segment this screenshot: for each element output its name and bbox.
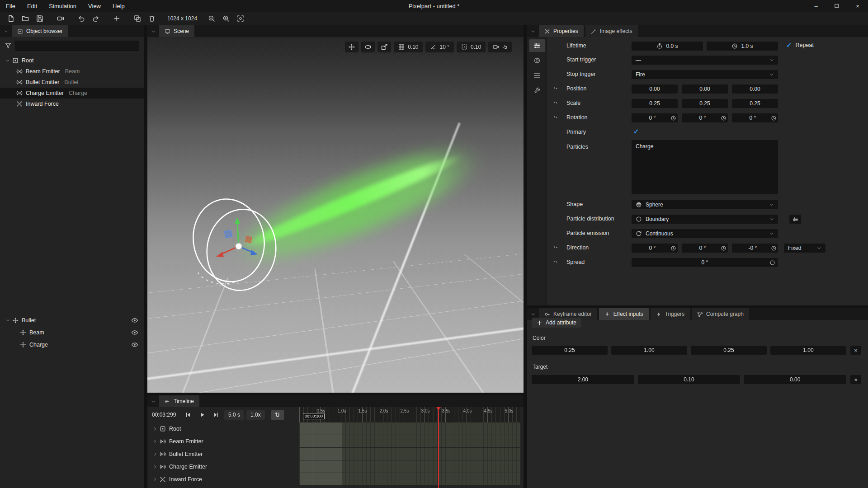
timeline-row-beam-emitter[interactable]: Beam Emitter (147, 435, 524, 447)
category-physics-button[interactable] (529, 84, 545, 97)
move-tool-button[interactable] (345, 42, 359, 52)
undo-button[interactable] (74, 13, 89, 24)
clock-icon[interactable] (669, 245, 678, 251)
panel-menu-button[interactable] (0, 25, 12, 37)
tab-triggers[interactable]: Triggers (651, 308, 690, 320)
tree-row-bullet-emitter[interactable]: Bullet Emitter Bullet (0, 77, 144, 88)
timeline-row-inward-force[interactable]: Inward Force (147, 473, 524, 485)
tree-row-root[interactable]: Root (0, 55, 144, 66)
color-a-field[interactable]: 1.00 (770, 346, 846, 355)
clock-icon[interactable] (719, 115, 728, 121)
category-appearance-button[interactable] (529, 54, 545, 67)
circle-icon[interactable] (769, 260, 775, 266)
timeline-row-charge-emitter[interactable]: Charge Emitter (147, 460, 524, 473)
position-z-field[interactable]: 0.00 (732, 84, 778, 94)
keyframe-icon[interactable] (553, 100, 558, 105)
scale-x-field[interactable]: 0.25 (632, 99, 678, 108)
timeline-track[interactable] (299, 460, 520, 473)
target-y-field[interactable]: 0.10 (638, 375, 741, 384)
expand-icon[interactable] (5, 318, 10, 323)
color-r-field[interactable]: 0.25 (532, 346, 608, 355)
rotate-tool-button[interactable] (361, 42, 375, 52)
zoom-out-button[interactable] (204, 13, 219, 24)
direction-mode-dropdown[interactable]: Fixed (784, 244, 826, 253)
tab-compute-graph[interactable]: Compute graph (692, 308, 749, 320)
tree-row-beam-emitter[interactable]: Beam Emitter Beam (0, 66, 144, 77)
timeline-track[interactable] (299, 473, 520, 485)
color-b-field[interactable]: 0.25 (691, 346, 767, 355)
position-y-field[interactable]: 0.00 (682, 84, 728, 94)
position-x-field[interactable]: 0.00 (632, 84, 678, 94)
close-button[interactable]: × (847, 0, 868, 12)
rotation-y-field[interactable]: 0 ° (682, 113, 728, 122)
spread-field[interactable]: 0 ° (632, 258, 778, 267)
keyframe-icon[interactable] (553, 114, 558, 120)
timeline-track[interactable] (299, 422, 520, 435)
shape-dropdown[interactable]: Sphere (632, 200, 778, 209)
clock-icon[interactable] (719, 245, 728, 251)
color-g-field[interactable]: 1.00 (611, 346, 687, 355)
render-video-button[interactable] (53, 13, 68, 24)
menu-simulation[interactable]: Simulation (43, 0, 82, 12)
tab-properties[interactable]: Properties (539, 25, 584, 37)
timeline-row-bullet-emitter[interactable]: Bullet Emitter (147, 448, 524, 460)
timeline-ruler[interactable]: 0.5s 1.0s 1.5s 2.0s 2.5s 3.0s 3.5s 4.0s … (299, 407, 520, 422)
panel-menu-button[interactable] (147, 395, 159, 407)
duration-control[interactable]: 5.0 s (224, 410, 244, 420)
keyframe-icon[interactable] (553, 85, 558, 91)
target-z-field[interactable]: 0.00 (744, 375, 846, 384)
menu-edit[interactable]: Edit (21, 0, 43, 12)
primary-checkbox[interactable]: ✓ (633, 128, 639, 135)
visibility-toggle[interactable] (131, 341, 138, 348)
layer-row-beam[interactable]: Beam (0, 326, 144, 338)
transform-gizmo[interactable] (184, 193, 288, 301)
lifetime-start-button[interactable]: 0.0 s (632, 42, 703, 51)
playhead[interactable] (438, 407, 439, 488)
expand-icon[interactable] (153, 452, 157, 456)
new-file-button[interactable] (4, 13, 18, 24)
tab-timeline[interactable]: Timeline (159, 395, 199, 407)
tab-scene[interactable]: Scene (159, 25, 194, 37)
timeline-track[interactable] (299, 435, 520, 447)
maximize-button[interactable] (826, 0, 847, 12)
stop-trigger-dropdown[interactable]: Fire (632, 70, 778, 79)
expand-icon[interactable] (153, 427, 157, 431)
panel-menu-button[interactable] (527, 25, 539, 37)
menu-view[interactable]: View (82, 0, 107, 12)
lifetime-duration-button[interactable]: 1.0 s (707, 42, 778, 51)
minimize-button[interactable]: – (806, 0, 826, 12)
expand-icon[interactable] (5, 58, 10, 63)
scale-tool-button[interactable] (377, 42, 391, 52)
clock-icon[interactable] (769, 245, 778, 251)
camera-control[interactable]: -5 (488, 42, 512, 52)
category-emission-button[interactable] (529, 39, 545, 52)
grid-size-control[interactable]: 0.10 (394, 42, 423, 52)
move-snap-control[interactable]: 0.10 (457, 42, 486, 52)
direction-z-field[interactable]: -0 ° (732, 244, 778, 253)
add-object-button[interactable] (109, 13, 124, 24)
keyframe-icon[interactable] (553, 244, 558, 250)
duplicate-button[interactable] (130, 13, 145, 24)
keyframe-icon[interactable] (553, 259, 558, 264)
playback-speed-control[interactable]: 1.0x (246, 410, 265, 420)
layer-row-bullet[interactable]: Bullet (0, 314, 144, 326)
particles-item[interactable]: Charge (636, 143, 653, 150)
tab-effect-inputs[interactable]: Effect inputs (599, 308, 649, 320)
repeat-checkbox[interactable]: ✓ Repeat (786, 42, 814, 48)
skip-to-end-button[interactable] (210, 410, 222, 420)
menu-help[interactable]: Help (107, 0, 131, 12)
clock-icon[interactable] (769, 115, 778, 121)
rotation-z-field[interactable]: 0 ° (732, 113, 778, 122)
scene-viewport[interactable]: 0.10 10 ° 0.10 -5 (147, 37, 524, 393)
tree-row-charge-emitter[interactable]: Charge Emitter Charge (0, 88, 144, 99)
particle-emission-dropdown[interactable]: Continuous (632, 229, 778, 238)
scale-z-field[interactable]: 0.25 (732, 99, 778, 108)
direction-x-field[interactable]: 0 ° (632, 244, 678, 253)
expand-icon[interactable] (153, 439, 157, 444)
clock-icon[interactable] (669, 115, 678, 121)
direction-y-field[interactable]: 0 ° (682, 244, 728, 253)
filter-input[interactable] (15, 41, 139, 51)
expand-icon[interactable] (153, 465, 157, 469)
skip-to-start-button[interactable] (182, 410, 194, 420)
timeline-track[interactable] (299, 448, 520, 460)
